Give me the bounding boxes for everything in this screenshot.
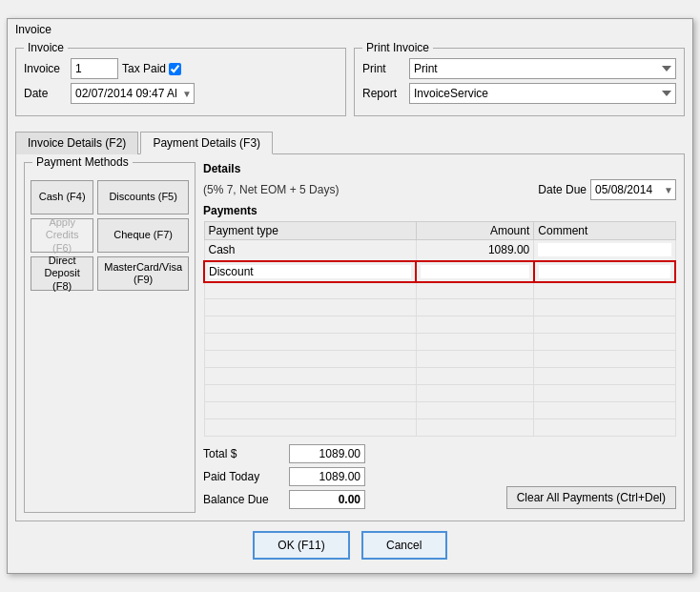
- date-due-row: Date Due ▼: [538, 179, 676, 200]
- payment-row-discount: [204, 261, 675, 282]
- discount-comment-input[interactable]: [539, 265, 670, 278]
- print-invoice-group-label: Print Invoice: [362, 41, 433, 54]
- paid-today-row: Paid Today 1089.00: [203, 467, 365, 486]
- apply-credits-button[interactable]: Apply Credits (F6): [31, 218, 93, 253]
- window-titlebar: Invoice: [8, 19, 692, 40]
- report-select[interactable]: InvoiceService: [409, 83, 676, 104]
- payments-table: Payment type Amount Comment Cash 1089.00: [203, 221, 676, 437]
- paid-today-label: Paid Today: [203, 470, 289, 483]
- payment-comment-cash[interactable]: [534, 240, 675, 261]
- tax-paid-container: Tax Paid: [122, 62, 181, 75]
- comment-cash-input[interactable]: [538, 243, 670, 256]
- empty-row-9: [204, 419, 675, 437]
- empty-row-6: [204, 368, 675, 385]
- col-comment: Comment: [534, 222, 675, 240]
- date-due-label: Date Due: [538, 183, 587, 196]
- invoice-label: Invoice: [24, 62, 67, 75]
- print-invoice-group: Print Invoice Print Print Report Invoice…: [354, 48, 685, 116]
- payments-section-label: Payments: [203, 204, 676, 217]
- totals-fields: Total $ 1089.00 Paid Today 1089.00 Balan…: [203, 444, 365, 513]
- empty-row-5: [204, 351, 675, 368]
- tax-paid-label: Tax Paid: [122, 62, 166, 75]
- payment-amount-discount[interactable]: [416, 261, 534, 282]
- tab-content: Payment Methods Cash (F4) Discounts (F5)…: [15, 153, 685, 521]
- invoice-group-label: Invoice: [24, 41, 68, 54]
- details-panel: Details (5% 7, Net EOM + 5 Days) Date Du…: [203, 162, 676, 513]
- print-select[interactable]: Print: [409, 58, 676, 79]
- payment-type-discount[interactable]: [204, 261, 416, 282]
- payment-methods-grid: Cash (F4) Discounts (F5) Apply Credits (…: [31, 180, 189, 291]
- tab-invoice-details[interactable]: Invoice Details (F2): [15, 132, 138, 154]
- empty-row-3: [204, 316, 675, 334]
- ok-button[interactable]: OK (F11): [253, 531, 349, 560]
- empty-row-7: [204, 385, 675, 402]
- tab-invoice-details-label: Invoice Details (F2): [28, 136, 126, 150]
- mastercard-visa-button[interactable]: MasterCard/Visa (F9): [97, 256, 189, 291]
- invoice-group: Invoice Invoice Tax Paid Date ▼: [15, 48, 346, 116]
- print-label: Print: [362, 62, 405, 75]
- date-due-dropdown-icon[interactable]: ▼: [664, 185, 673, 195]
- paid-today-value: 1089.00: [289, 467, 365, 486]
- empty-row-4: [204, 334, 675, 351]
- cheque-button[interactable]: Cheque (F7): [97, 218, 189, 253]
- direct-deposit-button[interactable]: Direct Deposit (F8): [31, 256, 93, 291]
- tab-payment-details-label: Payment Details (F3): [153, 136, 260, 150]
- balance-due-value: 0.00: [289, 490, 365, 509]
- invoice-number-input[interactable]: [71, 58, 118, 79]
- date-input[interactable]: [71, 83, 195, 104]
- totals-section: Total $ 1089.00 Paid Today 1089.00 Balan…: [203, 444, 676, 513]
- date-dropdown-icon[interactable]: ▼: [182, 89, 192, 99]
- cash-button[interactable]: Cash (F4): [31, 180, 93, 214]
- empty-row-8: [204, 402, 675, 419]
- totals-clear-row: Total $ 1089.00 Paid Today 1089.00 Balan…: [203, 444, 676, 513]
- payment-row-cash: Cash 1089.00: [204, 240, 675, 261]
- details-header: (5% 7, Net EOM + 5 Days) Date Due ▼: [203, 179, 676, 200]
- balance-due-row: Balance Due 0.00: [203, 490, 365, 509]
- terms-text: (5% 7, Net EOM + 5 Days): [203, 183, 339, 196]
- payment-methods-label: Payment Methods: [32, 155, 133, 169]
- cancel-button[interactable]: Cancel: [361, 531, 447, 560]
- discounts-button[interactable]: Discounts (F5): [97, 180, 189, 214]
- tabs-row: Invoice Details (F2) Payment Details (F3…: [15, 132, 685, 154]
- details-title: Details: [203, 162, 676, 175]
- discount-amount-input[interactable]: [421, 265, 529, 278]
- bottom-buttons: OK (F11) Cancel: [15, 521, 685, 565]
- total-value: 1089.00: [289, 444, 365, 463]
- discount-type-input[interactable]: [209, 265, 411, 278]
- total-label: Total $: [203, 447, 289, 460]
- tab-payment-details[interactable]: Payment Details (F3): [140, 132, 273, 154]
- payment-comment-discount[interactable]: [534, 261, 675, 282]
- payment-methods-box: Payment Methods Cash (F4) Discounts (F5)…: [24, 162, 196, 513]
- empty-row-1: [204, 282, 675, 299]
- window-title: Invoice: [15, 23, 51, 36]
- col-amount: Amount: [416, 222, 534, 240]
- date-label: Date: [24, 87, 67, 100]
- total-row: Total $ 1089.00: [203, 444, 365, 463]
- report-label: Report: [362, 87, 405, 100]
- payment-type-cash: Cash: [204, 240, 416, 261]
- balance-due-label: Balance Due: [203, 493, 289, 506]
- col-payment-type: Payment type: [204, 222, 416, 240]
- payment-amount-cash: 1089.00: [416, 240, 534, 261]
- tax-paid-checkbox[interactable]: [169, 63, 181, 75]
- empty-row-2: [204, 299, 675, 316]
- main-window: Invoice Invoice Invoice Tax Paid Date: [7, 18, 693, 574]
- clear-all-payments-button[interactable]: Clear All Payments (Ctrl+Del): [506, 486, 676, 509]
